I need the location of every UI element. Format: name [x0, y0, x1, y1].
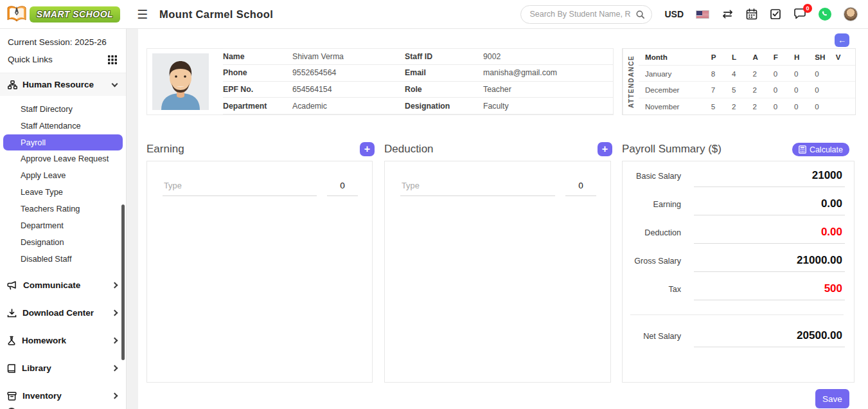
quick-links-label: Quick Links: [8, 55, 53, 64]
field-label: Phone: [223, 68, 292, 77]
calendar-icon[interactable]: [746, 8, 757, 20]
messages-icon[interactable]: 0: [793, 8, 806, 20]
earning-total-input[interactable]: [694, 196, 845, 215]
cell: 0: [793, 98, 813, 114]
app-logo[interactable]: SMART SCHOOL: [0, 0, 127, 29]
save-button[interactable]: Save: [815, 389, 849, 408]
cell: 2: [731, 98, 751, 114]
summary-label: Net Salary: [629, 332, 681, 347]
summary-row: Tax: [629, 281, 845, 300]
sidebar-item-payroll[interactable]: Payroll: [3, 134, 123, 150]
sidebar-section-label: Homework: [22, 336, 107, 345]
language-flag-icon[interactable]: [696, 10, 709, 19]
add-earning-button[interactable]: +: [360, 142, 375, 156]
sidebar-toggle-icon[interactable]: ☰: [137, 8, 148, 21]
cell: 0: [813, 65, 834, 82]
cell: [835, 98, 855, 114]
staff-info-card: Name Shivam Verma Staff ID 9002 Phone 95…: [146, 48, 614, 115]
calculate-button[interactable]: Calculate: [792, 143, 849, 156]
quick-links[interactable]: Quick Links: [0, 54, 126, 73]
table-row: December 7 5 2 0 0 0: [639, 82, 855, 98]
cell: 7: [710, 82, 731, 98]
tax-input[interactable]: [694, 281, 845, 300]
attendance-card: ATTENDANCE Month P L A F H SH V January …: [622, 48, 856, 115]
cell: 0: [793, 82, 813, 98]
field-value: Faculty: [483, 102, 613, 111]
col-header: L: [731, 49, 751, 65]
sidebar-item-staff-directory[interactable]: Staff Directory: [0, 101, 126, 118]
sidebar-section-label: Communicate: [23, 280, 107, 290]
currency-selector[interactable]: USD: [664, 9, 684, 19]
sidebar-item-teachers-rating[interactable]: Teachers Rating: [0, 201, 126, 217]
school-title: Mount Carmel School: [159, 8, 273, 21]
todo-check-icon[interactable]: [770, 8, 781, 20]
staff-photo: [152, 53, 209, 110]
sidebar-item-staff-attendance[interactable]: Staff Attendance: [0, 118, 126, 134]
sidebar-section-label: Library: [22, 363, 107, 373]
main-content: ← Name Shivam Verma Staff ID 9002: [138, 29, 868, 409]
cell: 2: [751, 65, 772, 82]
hr-submenu: Staff Directory Staff Attendance Payroll…: [0, 96, 126, 270]
sidebar-item-designation[interactable]: Designation: [0, 234, 126, 251]
logo-text: SMART SCHOOL: [30, 6, 120, 23]
chevron-right-icon: [112, 393, 118, 399]
field-label: Email: [405, 68, 483, 77]
net-salary-input[interactable]: [694, 328, 845, 347]
sidebar-item-disabled-staff[interactable]: Disabled Staff: [0, 251, 126, 268]
cell: 0: [793, 65, 813, 82]
summary-row: Gross Salary: [629, 253, 845, 272]
payroll-summary-title: Payroll Summary ($): [622, 143, 722, 156]
table-row: Department Academic Designation Faculty: [223, 98, 613, 114]
sidebar-section-human-resource[interactable]: Human Resource: [0, 73, 126, 96]
add-deduction-button[interactable]: +: [598, 142, 612, 156]
sidebar-item-leave-type[interactable]: Leave Type: [0, 184, 126, 201]
col-header: V: [835, 49, 855, 65]
attendance-side-label: ATTENDANCE: [623, 49, 639, 114]
col-header: Month: [639, 49, 710, 65]
cell: 0: [813, 98, 834, 114]
gross-salary-input[interactable]: [694, 253, 845, 272]
sidebar-item-apply-leave[interactable]: Apply Leave: [0, 167, 126, 184]
sidebar-section-label: Download Center: [22, 308, 107, 318]
chevron-right-icon: [112, 310, 118, 316]
summary-row: Net Salary: [629, 328, 845, 347]
box-icon: [7, 392, 17, 401]
earning-title: Earning: [146, 143, 184, 156]
sidebar-item-department[interactable]: Department: [0, 217, 126, 234]
col-header: A: [751, 49, 772, 65]
search-input[interactable]: [529, 10, 635, 19]
book-pen-icon: [6, 5, 27, 23]
field-label: EPF No.: [223, 85, 292, 94]
back-button[interactable]: ←: [835, 33, 849, 47]
sidebar-section-inventory[interactable]: Inventory: [0, 383, 126, 408]
col-header: F: [772, 49, 793, 65]
deduction-type-input[interactable]: [400, 178, 555, 196]
summary-row: Deduction: [629, 224, 845, 244]
whatsapp-icon[interactable]: [819, 8, 831, 21]
search-icon[interactable]: [635, 10, 645, 19]
sidebar-section-library[interactable]: Library: [0, 356, 126, 381]
deduction-total-input[interactable]: [694, 224, 845, 244]
download-icon: [7, 309, 17, 318]
sidebar-scrollbar[interactable]: [121, 204, 125, 360]
session-switch-icon[interactable]: [722, 10, 734, 19]
field-value: Academic: [292, 102, 405, 111]
message-count-badge: 0: [803, 4, 812, 13]
sidebar-section-download-center[interactable]: Download Center: [0, 300, 126, 325]
user-avatar[interactable]: [844, 7, 858, 21]
deduction-card: [384, 161, 611, 383]
cell: 4: [731, 65, 751, 82]
sidebar-section-communicate[interactable]: Communicate: [0, 273, 126, 298]
sidebar-item-approve-leave-request[interactable]: Approve Leave Request: [0, 150, 126, 167]
basic-salary-input[interactable]: [694, 168, 845, 187]
student-search[interactable]: [520, 5, 652, 24]
sidebar-section-homework[interactable]: Homework: [0, 328, 126, 353]
summary-divider: [630, 314, 844, 315]
field-value: Shivam Verma: [292, 52, 405, 61]
grid-icon[interactable]: [108, 55, 117, 64]
earning-amount-input[interactable]: [327, 178, 358, 196]
table-row: Name Shivam Verma Staff ID 9002: [223, 48, 613, 65]
earning-type-input[interactable]: [163, 178, 317, 196]
sidebar-section-label: Inventory: [22, 391, 107, 401]
deduction-amount-input[interactable]: [565, 178, 596, 196]
